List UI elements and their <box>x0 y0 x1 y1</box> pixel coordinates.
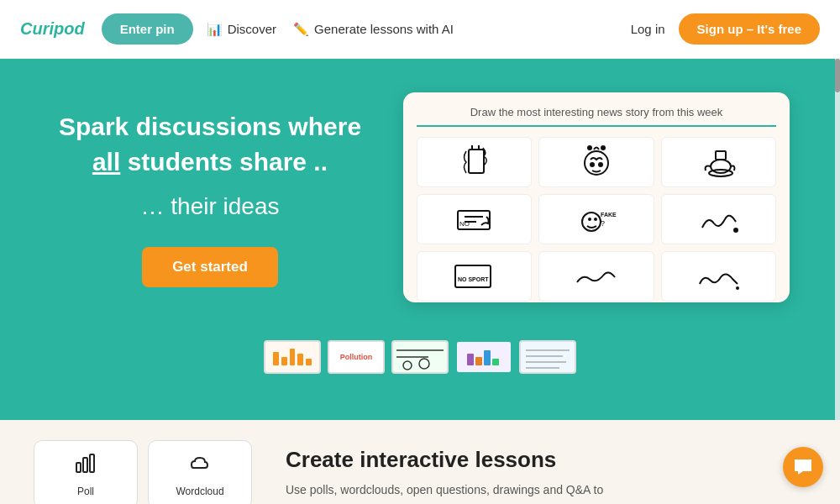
svg-point-28 <box>419 359 429 369</box>
create-section: Create interactive lessons Use polls, wo… <box>286 440 806 504</box>
wordcloud-card[interactable]: Wordcloud <box>148 440 252 504</box>
navigation: Curipod Enter pin 📊 Discover ✏️ Generate… <box>0 0 840 59</box>
thumbnail-3[interactable] <box>391 340 449 374</box>
poll-card[interactable]: Poll <box>34 440 138 504</box>
thumbnail-4[interactable] <box>455 340 512 374</box>
login-button[interactable]: Log in <box>631 22 665 36</box>
svg-rect-33 <box>76 463 81 472</box>
card-cell: NO <box>417 194 532 244</box>
create-title: Create interactive lessons <box>286 447 806 473</box>
svg-point-21 <box>733 228 738 233</box>
bottom-section: Poll Wordcloud <box>0 420 840 504</box>
thumbnail-2-label: Pollution <box>340 353 373 361</box>
wordcloud-icon <box>188 451 212 480</box>
hero-title: Spark discussions where all students sha… <box>50 109 370 180</box>
scrollbar-track[interactable] <box>835 59 840 420</box>
generate-link[interactable]: ✏️ Generate lessons with AI <box>293 22 454 37</box>
svg-point-6 <box>587 145 592 150</box>
svg-rect-0 <box>469 150 484 173</box>
discover-link[interactable]: 📊 Discover <box>207 22 276 37</box>
card-cell <box>417 137 532 187</box>
generate-label: Generate lessons with AI <box>314 22 454 36</box>
card-header: Draw the most interesting news story fro… <box>417 106 776 127</box>
svg-point-18 <box>594 218 597 221</box>
svg-point-5 <box>599 163 602 166</box>
thumbnail-2[interactable]: Pollution <box>328 340 385 374</box>
card-cell: FAKE ? <box>538 194 654 244</box>
svg-point-24 <box>736 286 739 290</box>
hero-text: Spark discussions where all students sha… <box>50 92 370 287</box>
enter-pin-button[interactable]: Enter pin <box>102 13 193 45</box>
nav-right: Log in Sign up – It's free <box>631 13 820 45</box>
poll-label: Poll <box>77 486 94 497</box>
get-started-button[interactable]: Get started <box>142 247 278 287</box>
svg-rect-9 <box>716 151 726 160</box>
hero-section: Spark discussions where all students sha… <box>0 59 840 420</box>
svg-text:?: ? <box>601 219 605 228</box>
svg-rect-35 <box>90 454 94 472</box>
card-cell <box>661 194 776 244</box>
svg-point-7 <box>601 145 606 150</box>
card-cell: NO SPORT <box>417 251 532 302</box>
generate-icon: ✏️ <box>293 22 309 37</box>
signup-button[interactable]: Sign up – It's free <box>679 13 820 45</box>
chat-bubble[interactable] <box>783 447 823 487</box>
thumbnail-5[interactable] <box>519 340 576 374</box>
scrollbar-thumb[interactable] <box>835 59 840 92</box>
hero-subtitle: … their ideas <box>50 193 370 220</box>
svg-rect-34 <box>83 458 87 472</box>
svg-point-4 <box>591 163 594 166</box>
poll-icon <box>74 451 97 480</box>
hero-card: Draw the most interesting news story fro… <box>403 92 790 302</box>
card-cell <box>661 251 776 302</box>
svg-point-17 <box>588 218 591 221</box>
card-cell <box>538 137 654 187</box>
thumbnail-1[interactable] <box>264 340 321 374</box>
wordcloud-label: Wordcloud <box>176 486 223 497</box>
create-desc: Use polls, wordclouds, open questions, d… <box>286 481 806 499</box>
logo: Curipod <box>20 19 85 39</box>
svg-text:FAKE: FAKE <box>601 212 617 218</box>
card-cell <box>661 137 776 187</box>
svg-text:NO SPORT: NO SPORT <box>458 276 489 282</box>
card-grid: NO FAKE ? <box>417 137 776 302</box>
discover-icon: 📊 <box>207 22 223 37</box>
discover-label: Discover <box>228 22 276 36</box>
svg-point-27 <box>403 361 412 370</box>
feature-grid: Poll Wordcloud <box>34 440 252 504</box>
hero-underline: all <box>92 148 120 176</box>
thumbnail-strip: Pollution <box>264 340 576 374</box>
svg-text:NO: NO <box>459 220 470 228</box>
card-cell <box>538 251 654 302</box>
